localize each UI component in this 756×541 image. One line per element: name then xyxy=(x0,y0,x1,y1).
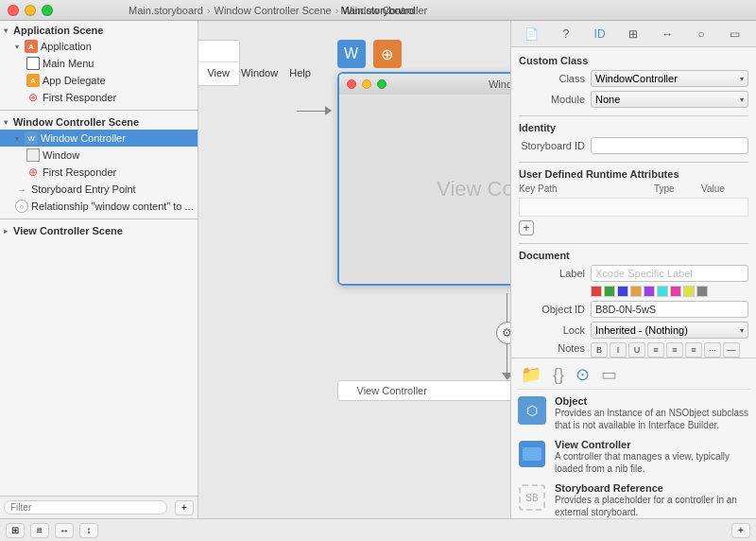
library-tab-media[interactable]: ▭ xyxy=(597,364,621,385)
main-window: Main.storyboard › Window Controller Scen… xyxy=(0,0,756,541)
sb-ref-text: Storyboard Reference Provides a placehol… xyxy=(555,482,750,518)
sidebar-item-wc-scene[interactable]: Window Controller Scene xyxy=(0,114,198,130)
class-select[interactable]: WindowController ▾ xyxy=(591,70,748,87)
list-view-btn[interactable]: ≡ xyxy=(30,523,49,538)
inspector-size-btn[interactable]: ↔ xyxy=(656,25,679,44)
sidebar-item-window[interactable]: Window xyxy=(0,147,198,164)
inspector-binding-btn[interactable]: ▭ xyxy=(724,25,747,44)
arrow-head xyxy=(502,373,511,380)
swatch-orange[interactable] xyxy=(630,286,642,297)
swatch-gray[interactable] xyxy=(696,286,708,297)
mock-window[interactable]: Window View Controller xyxy=(337,72,511,286)
entry-icon: → xyxy=(15,183,28,196)
sidebar-item-application-scene[interactable]: Application Scene xyxy=(0,23,198,38)
notes-bold[interactable]: B xyxy=(591,342,608,358)
swatch-red[interactable] xyxy=(591,286,602,297)
runtime-add-button[interactable]: + xyxy=(519,220,534,236)
class-label: Class xyxy=(519,73,585,84)
sidebar-item-first-responder-app[interactable]: ⊕ First Responder xyxy=(0,89,198,106)
sidebar-item-app-delegate[interactable]: A App Delegate xyxy=(0,72,198,89)
lock-value: Inherited - (Nothing) xyxy=(595,324,688,336)
document-section: Document Label Xcode Specific Label xyxy=(519,250,748,358)
fit-width-btn[interactable]: ↔ xyxy=(55,523,74,538)
library-tab-code[interactable]: {} xyxy=(549,365,568,385)
close-button[interactable] xyxy=(8,5,19,16)
library-tab-files[interactable]: 📁 xyxy=(517,364,545,385)
sidebar-item-relationship[interactable]: ○ Relationship "window content" to ... xyxy=(0,198,198,215)
menu-icon xyxy=(26,57,40,70)
library-item-object[interactable]: ⬡ Object Provides an instance of an NSOb… xyxy=(517,395,750,431)
sidebar-item-label: Main Menu xyxy=(43,58,94,69)
nav-filter-input[interactable] xyxy=(4,500,167,515)
sidebar-item-first-responder-wc[interactable]: ⊕ First Responder xyxy=(0,164,198,181)
library-item-vc[interactable]: View Controller A controller that manage… xyxy=(517,439,750,475)
mock-window-title: Window xyxy=(489,79,510,90)
menubar-view: View xyxy=(207,67,230,79)
inspector-file-btn[interactable]: 📄 xyxy=(521,25,543,44)
storyboard-id-field[interactable] xyxy=(591,137,748,154)
notes-align-l[interactable]: ≡ xyxy=(647,342,664,358)
sidebar-item-storyboard-entry[interactable]: → Storyboard Entry Point xyxy=(0,181,198,198)
canvas-vc-label: View Controller xyxy=(437,177,510,201)
notes-align-c[interactable]: ≡ xyxy=(666,342,683,358)
module-select[interactable]: None ▾ xyxy=(591,91,748,108)
swatch-green[interactable] xyxy=(604,286,615,297)
swatch-yellow[interactable] xyxy=(683,286,695,297)
sidebar-item-window-controller[interactable]: W Window Controller xyxy=(0,130,198,147)
arrow-down: ⚙ xyxy=(337,293,511,380)
document-title: Document xyxy=(519,250,748,261)
inspector-identity-btn[interactable]: ID xyxy=(589,25,611,44)
mock-max-btn[interactable] xyxy=(377,79,387,89)
fit-height-btn[interactable]: ↕ xyxy=(79,523,98,538)
lock-select[interactable]: Inherited - (Nothing) ▾ xyxy=(591,322,748,339)
breadcrumb-scene[interactable]: Window Controller Scene xyxy=(215,5,332,16)
responder-icon: ⊕ xyxy=(26,166,40,179)
bottom-bar: ⊞ ≡ ↔ ↕ + xyxy=(0,518,756,541)
notes-align-r[interactable]: ≡ xyxy=(685,342,702,358)
swatch-blue[interactable] xyxy=(617,286,628,297)
canvas-area[interactable]: Main Menu SierraApp File Edit Format Vie… xyxy=(198,21,510,518)
zoom-in-btn[interactable]: + xyxy=(731,523,750,538)
notes-underline[interactable]: U xyxy=(628,342,645,358)
object-desc: Provides an instance of an NSObject subc… xyxy=(555,407,750,431)
maximize-button[interactable] xyxy=(42,5,53,16)
inspector-quick-btn[interactable]: ? xyxy=(555,25,577,44)
runtime-table xyxy=(519,198,748,217)
module-value: None xyxy=(595,94,620,105)
class-value: WindowController xyxy=(595,73,678,84)
sidebar-item-main-menu[interactable]: Main Menu xyxy=(0,55,198,72)
window-icon xyxy=(26,148,40,162)
sidebar-item-vc-scene[interactable]: View Controller Scene xyxy=(0,223,198,238)
entry-arrow xyxy=(297,106,332,115)
breadcrumb-file[interactable]: Main.storyboard xyxy=(129,5,203,16)
notes-italic[interactable]: I xyxy=(610,342,627,358)
sidebar-item-label: Application xyxy=(41,41,92,52)
swatch-pink[interactable] xyxy=(670,286,681,297)
inspector-content: Custom Class Class WindowController ▾ Mo… xyxy=(511,47,756,358)
select-arrow2: ▾ xyxy=(740,96,744,104)
doc-label-field[interactable]: Xcode Specific Label xyxy=(591,265,748,282)
sidebar-item-application[interactable]: A Application xyxy=(0,38,198,55)
library-tab-objects[interactable]: ⊙ xyxy=(572,364,593,385)
swatch-purple[interactable] xyxy=(644,286,655,297)
inspector-attr-btn[interactable]: ⊞ xyxy=(622,25,644,44)
mock-close-btn[interactable] xyxy=(347,79,356,89)
swatch-cyan[interactable] xyxy=(657,286,668,297)
vc-bottom-box: View Controller xyxy=(337,380,511,401)
storyboard-id-label: Storyboard ID xyxy=(519,140,585,151)
notes-list[interactable]: ··· xyxy=(704,342,721,358)
navigator-panel: Application Scene A Application Main Men… xyxy=(0,21,198,518)
nav-add-button[interactable]: + xyxy=(175,500,194,515)
minimize-button[interactable] xyxy=(25,5,36,16)
mock-min-btn[interactable] xyxy=(362,79,371,89)
cube-icon: ⬡ xyxy=(518,396,546,425)
notes-dash[interactable]: — xyxy=(723,342,740,358)
vc-desc: A controller that manages a view, typica… xyxy=(555,450,750,475)
lock-row: Lock Inherited - (Nothing) ▾ xyxy=(519,322,748,339)
vc-lib-icon xyxy=(519,441,545,467)
expand-icon xyxy=(4,26,11,34)
grid-view-btn[interactable]: ⊞ xyxy=(6,523,25,538)
inspector-connect-btn[interactable]: ○ xyxy=(690,25,713,44)
library-item-sb-ref[interactable]: SB Storyboard Reference Provides a place… xyxy=(517,482,750,518)
mock-window-content: View Controller xyxy=(339,95,511,284)
